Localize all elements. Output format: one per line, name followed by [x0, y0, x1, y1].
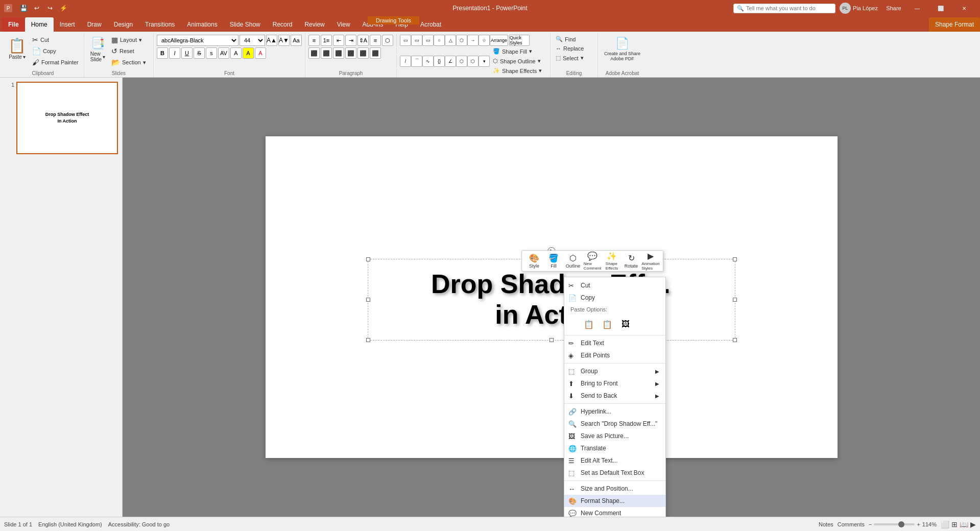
- undo-qat-btn[interactable]: ↩: [31, 2, 43, 14]
- mini-fill-btn[interactable]: 🪣 Fill: [544, 253, 563, 269]
- tab-insert[interactable]: Insert: [54, 17, 81, 32]
- ctx-edit-alt-text[interactable]: ☰ Edit Alt Text...: [564, 454, 665, 467]
- fontcolor2-btn[interactable]: A: [255, 47, 266, 59]
- shape3-btn[interactable]: ▭: [422, 35, 434, 46]
- tab-transitions[interactable]: Transitions: [139, 17, 181, 32]
- share-btn[interactable]: Share: [882, 0, 905, 16]
- normal-view-btn[interactable]: ⬜: [941, 520, 949, 528]
- arrange-btn[interactable]: Arrange: [490, 35, 508, 46]
- slide-sorter-btn[interactable]: ⊞: [951, 520, 958, 528]
- notes-btn[interactable]: Notes: [819, 521, 833, 527]
- save-qat-btn[interactable]: 💾: [17, 2, 30, 14]
- ctx-new-comment[interactable]: 💬 New Comment: [564, 507, 665, 517]
- strikethrough-btn[interactable]: S: [194, 47, 205, 59]
- comments-btn[interactable]: Comments: [838, 521, 865, 527]
- draw-shape1[interactable]: /: [400, 56, 411, 67]
- draw-shape5[interactable]: ∠: [445, 56, 456, 67]
- tab-view[interactable]: View: [331, 17, 356, 32]
- mini-animation-btn[interactable]: ▶ AnimationStyles: [641, 253, 660, 269]
- search-bar[interactable]: 🔍: [733, 4, 835, 13]
- draw-shape8[interactable]: ▾: [479, 56, 490, 67]
- ctx-paste-btn2[interactable]: 📋: [599, 317, 615, 331]
- draw-shape3[interactable]: ∿: [422, 56, 434, 67]
- reading-view-btn[interactable]: 📖: [960, 520, 968, 528]
- italic-btn[interactable]: I: [169, 47, 180, 59]
- justify-btn[interactable]: ⬛: [345, 47, 356, 59]
- paste-btn[interactable]: 📋 Paste ▾: [5, 35, 29, 63]
- bullets-btn[interactable]: ≡: [308, 35, 320, 46]
- shape1-btn[interactable]: ▭: [400, 35, 411, 46]
- replace-btn[interactable]: ↔ Replace: [554, 44, 594, 53]
- handle-bc[interactable]: [549, 338, 554, 342]
- shape4-btn[interactable]: ○: [434, 35, 445, 46]
- shape2-btn[interactable]: ▭: [411, 35, 422, 46]
- text-direction-btn[interactable]: ⇕A: [357, 35, 369, 46]
- shape6-btn[interactable]: ⬡: [456, 35, 467, 46]
- font-name-select[interactable]: abcAllegra-Black: [157, 35, 238, 46]
- smartart-btn[interactable]: ⬡: [382, 35, 393, 46]
- zoom-in-btn[interactable]: +: [917, 521, 920, 527]
- tab-review[interactable]: Review: [298, 17, 330, 32]
- ctx-size-position[interactable]: ↔ Size and Position...: [564, 482, 665, 495]
- draw-shape4[interactable]: {}: [434, 56, 445, 67]
- slideshow-btn[interactable]: ▶: [970, 520, 976, 528]
- select-btn[interactable]: ⬚ Select▾: [554, 54, 594, 62]
- tab-slideshow[interactable]: Slide Show: [224, 17, 267, 32]
- decrease-font-btn[interactable]: A▼: [278, 35, 290, 46]
- cut-btn[interactable]: ✂ Cut: [30, 35, 81, 45]
- shape-fill-btn[interactable]: 🪣 Shape Fill▾: [491, 47, 542, 56]
- ctx-cut[interactable]: ✂ Cut: [564, 279, 665, 292]
- numbering-btn[interactable]: 1≡: [321, 35, 332, 46]
- ctx-edit-points[interactable]: ◈ Edit Points: [564, 349, 665, 361]
- tab-record[interactable]: Record: [267, 17, 299, 32]
- ctx-group[interactable]: ⬚ Group ▶: [564, 365, 665, 377]
- linespacing-btn[interactable]: ⬛: [370, 47, 381, 59]
- format-painter-btn[interactable]: 🖌 Format Painter: [30, 57, 81, 67]
- ctx-paste-btn3[interactable]: 🖼: [617, 317, 634, 331]
- handle-tl[interactable]: [366, 257, 370, 261]
- increase-indent-btn[interactable]: ⇥: [345, 35, 356, 46]
- handle-br[interactable]: [733, 338, 737, 342]
- shape5-btn[interactable]: △: [445, 35, 456, 46]
- handle-tr[interactable]: [733, 257, 737, 261]
- quick-styles-btn[interactable]: Quick Styles: [509, 35, 530, 46]
- ctx-set-default-textbox[interactable]: ⬚ Set as Default Text Box: [564, 467, 665, 479]
- ctx-format-shape[interactable]: 🎨 Format Shape...: [564, 495, 665, 507]
- ctx-send-to-back[interactable]: ⬇ Send to Back ▶: [564, 390, 665, 402]
- find-btn[interactable]: 🔍 Find: [554, 35, 594, 43]
- customize-qat-btn[interactable]: ⚡: [57, 2, 69, 14]
- align-left-btn[interactable]: ⬛: [308, 47, 320, 59]
- close-btn[interactable]: ✕: [952, 0, 976, 16]
- restore-btn[interactable]: ⬜: [929, 0, 952, 16]
- draw-shape6[interactable]: ⬡: [456, 56, 467, 67]
- shape8-btn[interactable]: ☆: [479, 35, 490, 46]
- shape-effects-ribbon-btn[interactable]: ✨ Shape Effects▾: [491, 66, 547, 75]
- handle-mr[interactable]: [733, 298, 737, 302]
- handle-bl[interactable]: [366, 338, 370, 342]
- bold-btn[interactable]: B: [157, 47, 168, 59]
- search-input[interactable]: [746, 5, 823, 11]
- increase-font-btn[interactable]: A▲: [266, 35, 277, 46]
- decrease-indent-btn[interactable]: ⇤: [333, 35, 344, 46]
- underline-btn[interactable]: U: [181, 47, 193, 59]
- tab-shapeformat[interactable]: Shape Format: [929, 17, 980, 32]
- font-size-select[interactable]: 44: [240, 35, 265, 46]
- tab-home[interactable]: Home: [25, 17, 54, 32]
- mini-rotate-btn[interactable]: ↻ Rotate: [622, 253, 640, 269]
- mini-effects-btn[interactable]: ✨ ShapeEffects: [603, 253, 621, 269]
- create-share-pdf-btn[interactable]: 📄 Create and ShareAdobe PDF: [601, 35, 643, 63]
- shape7-btn[interactable]: →: [467, 35, 479, 46]
- zoom-out-btn[interactable]: −: [869, 521, 872, 527]
- tab-animations[interactable]: Animations: [181, 17, 223, 32]
- clear-format-btn[interactable]: Aa: [291, 35, 302, 46]
- charspacing-btn[interactable]: AV: [218, 47, 229, 59]
- ctx-edit-text[interactable]: ✏ Edit Text: [564, 337, 665, 349]
- layout-btn[interactable]: ▦ Layout▾: [109, 35, 150, 45]
- new-slide-btn[interactable]: 📑 NewSlide ▾: [87, 35, 108, 64]
- section-btn[interactable]: 📂 Section▾: [109, 57, 150, 67]
- mini-style-btn[interactable]: 🎨 Style: [525, 253, 543, 269]
- copy-btn[interactable]: 📄 Copy: [30, 46, 81, 56]
- align-text-btn[interactable]: ≡: [370, 35, 381, 46]
- textshadow-btn[interactable]: s: [206, 47, 217, 59]
- ctx-translate[interactable]: 🌐 Translate: [564, 442, 665, 454]
